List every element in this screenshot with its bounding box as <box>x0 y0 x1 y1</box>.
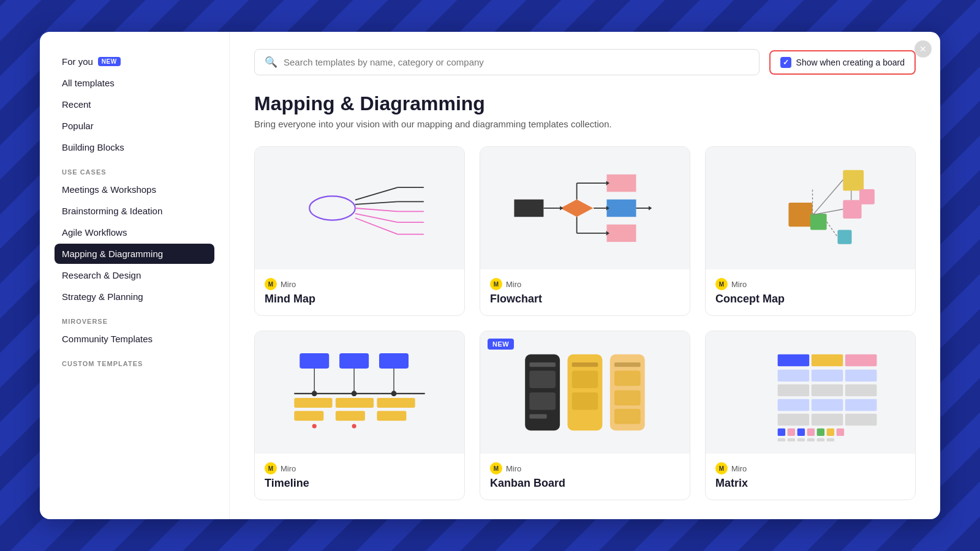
svg-rect-40 <box>339 353 369 369</box>
svg-rect-62 <box>529 392 556 410</box>
svg-rect-73 <box>845 354 877 367</box>
svg-rect-52 <box>336 411 365 421</box>
template-info-flowchart: M Miro Flowchart <box>480 269 690 315</box>
sidebar-item-strategy-planning[interactable]: Strategy & Planning <box>55 287 214 307</box>
category-desc: Bring everyone into your vision with our… <box>254 119 916 129</box>
author-name: Miro <box>731 280 747 289</box>
search-box[interactable]: 🔍 <box>254 49 760 75</box>
template-card-matrix[interactable]: M Miro Matrix <box>705 331 916 500</box>
template-card-timeline[interactable]: M Miro Timeline <box>254 331 465 500</box>
svg-rect-81 <box>812 399 843 411</box>
show-creating-checkbox[interactable] <box>780 57 791 68</box>
svg-rect-84 <box>812 414 843 426</box>
svg-rect-68 <box>614 370 641 386</box>
sidebar-item-research-design[interactable]: Research & Design <box>55 265 214 285</box>
template-name-matrix: Matrix <box>715 477 905 490</box>
search-input[interactable] <box>284 57 749 67</box>
sidebar-item-agile-workflows[interactable]: Agile Workflows <box>55 222 214 242</box>
sidebar-item-popular[interactable]: Popular <box>55 116 214 136</box>
sidebar-item-all-templates[interactable]: All templates <box>55 73 214 93</box>
template-info-timeline: M Miro Timeline <box>255 454 464 500</box>
svg-rect-64 <box>572 362 598 367</box>
svg-rect-74 <box>778 370 810 382</box>
svg-rect-85 <box>845 414 877 426</box>
svg-rect-31 <box>788 203 812 227</box>
svg-rect-50 <box>294 411 323 421</box>
svg-rect-30 <box>859 189 875 204</box>
author-avatar: M <box>715 278 728 290</box>
svg-rect-93 <box>778 438 785 441</box>
svg-line-5 <box>355 218 398 234</box>
svg-point-56 <box>352 424 356 429</box>
sidebar-item-meetings-workshops[interactable]: Meetings & Workshops <box>55 179 214 200</box>
template-name-mind-map: Mind Map <box>265 293 454 305</box>
template-info-kanban: M Miro Kanban Board <box>480 454 690 500</box>
svg-marker-27 <box>649 206 652 210</box>
sidebar-item-community-templates[interactable]: Community Templates <box>55 329 214 349</box>
svg-point-55 <box>312 424 317 429</box>
svg-rect-78 <box>812 384 843 397</box>
svg-rect-88 <box>797 429 805 436</box>
author-row: M Miro <box>490 462 680 474</box>
sidebar-item-building-blocks[interactable]: Building Blocks <box>55 137 214 157</box>
svg-line-36 <box>827 222 838 237</box>
svg-rect-61 <box>529 370 556 388</box>
svg-rect-39 <box>300 353 329 369</box>
template-card-concept-map[interactable]: M Miro Concept Map <box>705 146 916 316</box>
template-preview-matrix <box>706 331 915 454</box>
author-avatar: M <box>265 278 277 290</box>
svg-rect-75 <box>812 370 843 382</box>
svg-line-2 <box>355 201 398 204</box>
author-row: M Miro <box>715 278 905 290</box>
author-row: M Miro <box>715 462 905 474</box>
author-name: Miro <box>281 280 296 289</box>
template-preview-concept-map <box>706 147 915 269</box>
svg-rect-11 <box>514 200 543 217</box>
template-card-flowchart[interactable]: M Miro Flowchart <box>480 146 690 316</box>
svg-rect-49 <box>294 398 332 408</box>
template-name-timeline: Timeline <box>265 477 454 490</box>
modal-container: ✕ For you NEW All templates Recent Popul… <box>40 32 940 519</box>
search-icon: 🔍 <box>265 56 277 69</box>
svg-rect-79 <box>845 384 877 397</box>
flowchart-svg <box>505 159 665 257</box>
template-info-concept-map: M Miro Concept Map <box>706 269 915 315</box>
svg-rect-92 <box>837 429 844 436</box>
author-avatar: M <box>715 462 728 474</box>
svg-rect-69 <box>614 390 641 405</box>
svg-rect-51 <box>336 398 374 408</box>
svg-rect-63 <box>529 414 546 419</box>
svg-line-3 <box>355 208 398 211</box>
sidebar-item-for-you[interactable]: For you NEW <box>55 51 214 72</box>
svg-rect-71 <box>778 354 810 367</box>
author-row: M Miro <box>490 278 680 290</box>
category-title: Mapping & Diagramming <box>254 92 916 115</box>
author-name: Miro <box>731 464 747 473</box>
mind-map-svg <box>286 159 433 257</box>
sidebar-item-mapping-diagramming[interactable]: Mapping & Diagramming <box>55 244 214 264</box>
close-button[interactable]: ✕ <box>914 40 932 58</box>
timeline-svg <box>280 343 439 441</box>
use-cases-label: USE CASES <box>55 159 214 179</box>
svg-rect-83 <box>778 414 810 426</box>
svg-line-34 <box>813 180 843 215</box>
author-avatar: M <box>490 462 502 474</box>
svg-rect-29 <box>843 200 861 219</box>
template-card-mind-map[interactable]: M Miro Mind Map <box>254 146 465 316</box>
author-name: Miro <box>506 280 521 289</box>
sidebar-item-recent[interactable]: Recent <box>55 94 214 114</box>
svg-rect-96 <box>807 438 815 441</box>
template-preview-flowchart <box>480 147 690 269</box>
svg-rect-60 <box>529 362 556 367</box>
svg-rect-91 <box>827 429 834 436</box>
kanban-svg <box>505 343 665 441</box>
show-when-creating-button[interactable]: Show when creating a board <box>769 50 916 75</box>
sidebar-item-brainstorming[interactable]: Brainstorming & Ideation <box>55 201 214 221</box>
sidebar: For you NEW All templates Recent Popular… <box>40 32 230 519</box>
matrix-svg <box>731 343 890 441</box>
template-preview-mind-map <box>255 147 464 269</box>
svg-marker-17 <box>560 206 563 210</box>
svg-rect-65 <box>572 370 598 388</box>
svg-line-4 <box>355 214 398 222</box>
template-card-kanban[interactable]: NEW <box>480 331 690 500</box>
